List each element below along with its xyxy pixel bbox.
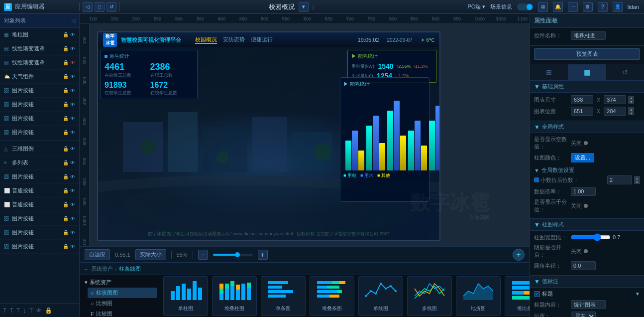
scene-toggle[interactable] xyxy=(517,3,533,10)
tab-bar[interactable]: ▦ xyxy=(568,64,607,80)
sidebar-tool-t4[interactable]: T xyxy=(29,307,33,314)
settings-icon[interactable]: ⚙ xyxy=(583,2,593,12)
sidebar-item-img-btn2[interactable]: 🖼 图片按钮 🔒👁 xyxy=(0,98,79,112)
nav-item-ops[interactable]: 便捷运行 xyxy=(251,36,273,44)
tree-item-root[interactable]: ▾ 系统资产 xyxy=(82,277,157,288)
lock-icon[interactable]: 🔒 xyxy=(63,160,69,165)
tab-db[interactable]: ⊞ xyxy=(530,64,568,80)
position-select[interactable]: 居左 居中 居右 xyxy=(571,312,596,317)
eye-icon[interactable]: 👁 xyxy=(70,188,75,193)
sidebar-tool-t1[interactable]: T xyxy=(3,307,6,314)
content-input[interactable] xyxy=(571,300,606,309)
asset-item-h-bar[interactable]: 单条图 xyxy=(261,276,306,316)
chart-pos-x-input[interactable] xyxy=(571,107,593,116)
lock-icon[interactable]: 🔒 xyxy=(63,230,69,235)
lock-icon[interactable]: 🔒 xyxy=(63,46,69,51)
canvas[interactable]: 数字冰雹 智慧校园可视化管理平台 校园概况 安防态势 便捷运行 19:05:02… xyxy=(90,24,530,246)
eye-icon[interactable]: 👁 xyxy=(70,74,75,79)
lock-icon[interactable]: 🔒 xyxy=(63,202,69,207)
sidebar-item-multi-list[interactable]: ≡ 多列表 🔒👁 xyxy=(0,156,79,170)
asset-item-single-bar[interactable]: 单柱图 xyxy=(163,276,208,316)
bell-icon[interactable]: 🔔 xyxy=(553,2,563,12)
eye-icon[interactable]: 👁 xyxy=(70,216,75,221)
zoom-out-btn[interactable]: − xyxy=(198,250,208,260)
lock-icon[interactable]: 🔒 xyxy=(63,116,69,121)
step-up[interactable]: ▲ xyxy=(628,96,634,100)
decimal-step-up[interactable]: ▲ xyxy=(634,176,640,180)
eye-icon[interactable]: 👁 xyxy=(70,160,75,165)
nav-refresh-btn[interactable]: ↺ xyxy=(107,2,116,12)
help-icon[interactable]: ? xyxy=(598,2,608,12)
lock-icon[interactable]: 🔒 xyxy=(63,88,69,93)
nav-item-security[interactable]: 安防态势 xyxy=(223,36,245,44)
lock-icon[interactable]: 🔒 xyxy=(63,146,69,152)
asset-item-stacked-bar[interactable]: 堆叠柱图 xyxy=(212,276,257,316)
tree-item-bar[interactable]: ○ 柱状图图 xyxy=(88,288,157,298)
data-rate-input[interactable] xyxy=(571,187,596,196)
chart-pos-y-input[interactable] xyxy=(604,107,626,116)
sidebar-collapse-btn[interactable]: ◁ xyxy=(71,17,75,24)
sidebar-item-gradient1[interactable]: ▤ 线性渐变遮罩 🔒👁 xyxy=(0,42,79,56)
lock-icon[interactable]: 🔒 xyxy=(63,188,69,193)
asset-item-area[interactable]: 地折图 xyxy=(456,276,501,316)
right-panel-scroll[interactable]: 控件名称： 预览图表 ⊞ ▦ ↺ xyxy=(530,28,644,317)
width-ratio-slider[interactable] xyxy=(571,233,611,241)
decimal-step-down[interactable]: ▼ xyxy=(634,180,640,184)
lock-icon[interactable]: 🔒 xyxy=(63,244,69,249)
pos-step-up[interactable]: ▲ xyxy=(628,107,634,111)
dots-icon[interactable]: ⋯ xyxy=(568,2,578,12)
sidebar-tool-arrow[interactable]: ↓ xyxy=(23,307,26,315)
eye-icon[interactable]: 👁 xyxy=(70,102,75,107)
lock-icon[interactable]: 🔒 xyxy=(63,216,69,221)
eye-icon[interactable]: 👁 xyxy=(70,174,75,179)
fit-btn[interactable]: 自适应 xyxy=(85,249,110,260)
asset-item-h-stacked-pct[interactable]: 堆比条图 xyxy=(505,276,530,316)
decimal-input[interactable] xyxy=(607,175,632,184)
sidebar-item-3d-legend[interactable]: △ 三维图例 🔒👁 xyxy=(0,142,79,156)
tab-refresh[interactable]: ↺ xyxy=(606,64,644,80)
nav-back-btn[interactable]: ◁ xyxy=(83,2,93,12)
control-name-input[interactable] xyxy=(571,31,606,40)
sidebar-item-gradient2[interactable]: ▤ 线性渐变遮罩 🔒👁 xyxy=(0,56,79,70)
lock-icon[interactable]: 🔒 xyxy=(63,174,69,179)
monitor-icon[interactable]: 🖥 xyxy=(538,2,548,12)
show-label-check[interactable] xyxy=(534,291,540,297)
step-down[interactable]: ▼ xyxy=(628,100,634,104)
sidebar-item-heap-chart[interactable]: ▦ 堆柱图 🔒👁 xyxy=(0,28,79,42)
eye-icon[interactable]: 👁 xyxy=(70,230,75,235)
sidebar-item-weather[interactable]: ⛅ 天气组件 🔒👁 xyxy=(0,70,79,84)
asset-item-stacked-hbar[interactable]: 堆叠条图 xyxy=(310,276,354,316)
chart-size-h-input[interactable] xyxy=(604,95,626,104)
pos-step-down[interactable]: ▼ xyxy=(628,111,634,115)
sidebar-item-img-btn7[interactable]: 🖼 图片按钮 🔒👁 xyxy=(0,226,79,240)
sidebar-tool-t2[interactable]: T xyxy=(9,307,13,314)
tree-item-ratio[interactable]: ○ 比例图 xyxy=(88,298,157,309)
chart-size-w-input[interactable] xyxy=(571,95,593,104)
preview-btn[interactable]: 预览图表 xyxy=(534,48,640,60)
sidebar-item-plain-btn2[interactable]: ⬜ 普通按钮 🔒👁 xyxy=(0,198,79,212)
eye-icon[interactable]: 👁 xyxy=(70,244,75,249)
lock-icon[interactable]: 🔒 xyxy=(63,130,69,135)
global-style-header[interactable]: ▼ 全局样式 xyxy=(530,121,644,133)
eye-icon[interactable]: 👁 xyxy=(70,202,75,207)
add-element-btn[interactable]: + xyxy=(513,249,525,261)
sidebar-tool-eye[interactable]: 👁 xyxy=(36,307,42,314)
sidebar-item-img-btn6[interactable]: 🖼 图片按钮 🔒👁 xyxy=(0,212,79,226)
eye-icon-red[interactable]: 👁 xyxy=(70,60,75,65)
eye-icon[interactable]: 👁 xyxy=(70,46,75,51)
label-section-header[interactable]: ▼ 值标注 xyxy=(530,276,644,288)
bc-root[interactable]: 系统资产 xyxy=(91,265,113,273)
bar-style-header[interactable]: ▼ 柱图样式 xyxy=(530,219,644,231)
radius-input[interactable] xyxy=(571,261,596,270)
eye-icon[interactable]: 👁 xyxy=(70,116,75,121)
expand-label-arrow[interactable]: ▼ xyxy=(635,291,640,297)
sidebar-item-plain-btn1[interactable]: ⬜ 普通按钮 🔒👁 xyxy=(0,184,79,198)
sidebar-item-img-btn1[interactable]: 🖼 图片按钮 🔒👁 xyxy=(0,84,79,98)
lock-icon[interactable]: 🔒 xyxy=(63,32,69,37)
sidebar-tool-t3[interactable]: T xyxy=(16,307,20,314)
decimal-checkbox[interactable] xyxy=(534,177,539,182)
actual-size-btn[interactable]: 实际大小 xyxy=(135,249,166,260)
user-icon[interactable]: 👤 xyxy=(613,2,623,12)
zoom-in-btn[interactable]: + xyxy=(258,250,268,260)
lock-icon[interactable]: 🔒 xyxy=(63,102,69,107)
